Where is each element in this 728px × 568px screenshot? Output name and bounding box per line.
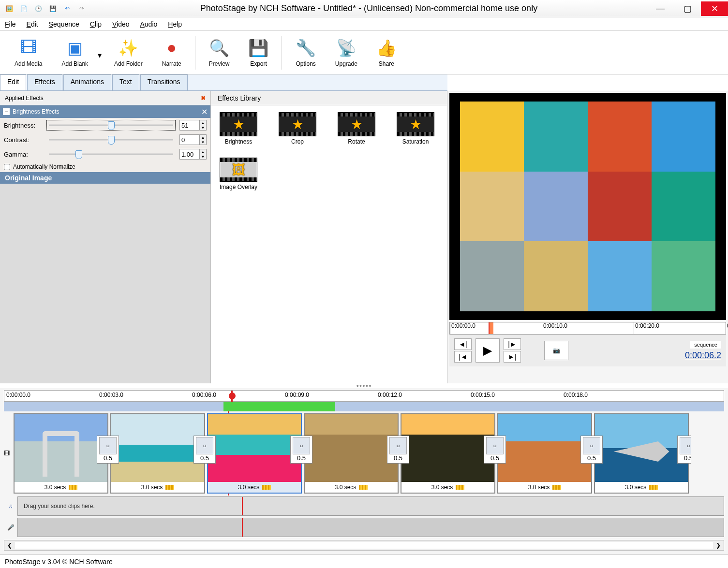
share-button[interactable]: 👍Share	[367, 36, 406, 69]
tab-transitions[interactable]: Transitions	[140, 74, 188, 90]
new-icon[interactable]: 📄	[17, 2, 30, 15]
menu-sequence[interactable]: Sequence	[49, 20, 79, 28]
spin-down-icon[interactable]: ▼	[199, 140, 206, 145]
transition-badge[interactable]: ▫0.5	[677, 436, 691, 464]
snapshot-button[interactable]: 📷	[544, 341, 568, 360]
scroll-left-icon[interactable]: ❮	[4, 542, 15, 549]
transition-icon: ▫	[293, 437, 310, 454]
narrate-button[interactable]: ●Narrate	[152, 36, 191, 69]
value-brightness[interactable]	[180, 120, 199, 130]
preview-ruler[interactable]: 0:00:00.00:00:10.00:00:20.00:00:30.0	[449, 322, 726, 335]
next-frame-button[interactable]: |►	[504, 338, 521, 350]
add-media-icon: 🎞	[19, 38, 38, 58]
clip-3[interactable]: 3.0 secs▫0.5	[207, 413, 302, 494]
spin-up-icon[interactable]: ▲	[199, 149, 206, 154]
slider-contrast[interactable]	[46, 134, 176, 145]
transition-badge[interactable]: ▫0.5	[484, 436, 506, 464]
clip-2[interactable]: 3.0 secs▫0.5	[110, 413, 205, 494]
timeline-playhead[interactable]	[229, 391, 236, 402]
slider-gamma[interactable]	[46, 149, 176, 160]
clip-4[interactable]: 3.0 secs▫0.5	[304, 413, 399, 494]
brightness-effects-header[interactable]: − Brightness Effects ✕	[0, 105, 210, 118]
tab-bar: EditEffectsAnimationsTextTransitions	[0, 74, 447, 91]
applied-effects-header: Applied Effects	[5, 95, 44, 102]
auto-normalize-checkbox[interactable]	[4, 164, 10, 170]
go-start-button[interactable]: |◄	[454, 351, 472, 363]
status-bar: PhotoStage v 3.04 © NCH Software	[0, 554, 728, 568]
transition-badge[interactable]: ▫0.5	[193, 436, 216, 464]
scroll-right-icon[interactable]: ❯	[713, 542, 724, 549]
add-folder-button[interactable]: ✨Add Folder	[104, 36, 152, 69]
options-button[interactable]: 🔧Options	[286, 36, 325, 69]
timeline: 0:00:00.00:00:03.00:00:06.00:00:09.00:00…	[0, 388, 728, 554]
maximize-button[interactable]: ▢	[674, 1, 701, 16]
workspace: Applied Effects ✖ − Brightness Effects ✕…	[0, 91, 728, 383]
minimize-button[interactable]: —	[647, 1, 674, 16]
spin-up-icon[interactable]: ▲	[199, 120, 206, 125]
undo-icon[interactable]: ↶	[61, 2, 74, 15]
effect-crop[interactable]: ★Crop	[277, 112, 318, 145]
tab-text[interactable]: Text	[112, 74, 139, 90]
timeline-strip[interactable]	[4, 402, 724, 411]
collapse-icon[interactable]: −	[3, 108, 10, 115]
redo-icon[interactable]: ↷	[75, 2, 88, 15]
clip-7[interactable]: 3.0 secs▫0.5	[594, 413, 689, 494]
effect-brightness[interactable]: ★Brightness	[218, 112, 259, 145]
tab-edit[interactable]: Edit	[0, 74, 26, 90]
spin-down-icon[interactable]: ▼	[199, 154, 206, 159]
menu-file[interactable]: File	[5, 20, 16, 28]
menu-edit[interactable]: Edit	[27, 20, 38, 28]
slider-brightness[interactable]	[46, 120, 176, 131]
effect-rotate[interactable]: ★Rotate	[336, 112, 377, 145]
value-gamma[interactable]	[180, 149, 199, 159]
preview-playhead[interactable]	[489, 322, 493, 334]
preview-panel: 0:00:00.00:00:10.00:00:20.00:00:30.0 ◄| …	[447, 91, 728, 383]
add-blank-dropdown-icon[interactable]: ▾	[98, 36, 104, 69]
prev-frame-button[interactable]: ◄|	[454, 338, 472, 350]
menu-clip[interactable]: Clip	[90, 20, 102, 28]
add-media-button[interactable]: 🎞Add Media	[5, 36, 52, 69]
splitter-handle[interactable]: ●●●●●	[0, 383, 728, 388]
export-button[interactable]: 💾Export	[239, 36, 278, 69]
play-button[interactable]: ▶	[475, 338, 500, 363]
preview-button[interactable]: 🔍Preview	[199, 36, 239, 69]
menu-help[interactable]: Help	[168, 20, 182, 28]
transition-badge[interactable]: ▫0.5	[387, 436, 409, 464]
close-icon[interactable]: ✕	[201, 107, 208, 117]
go-end-button[interactable]: ►|	[504, 351, 521, 363]
menu-video[interactable]: Video	[112, 20, 130, 28]
history-icon[interactable]: 🕒	[32, 2, 45, 15]
clip-6[interactable]: 3.0 secs▫0.5	[497, 413, 592, 494]
sound-track-row: ♫ Drag your sound clips here.	[4, 496, 724, 516]
upgrade-icon: 📡	[337, 38, 356, 58]
preview-icon: 🔍	[209, 38, 229, 58]
transition-icon: ▫	[389, 437, 407, 454]
remove-effect-icon[interactable]: ✖	[201, 95, 206, 102]
transition-badge[interactable]: ▫0.5	[580, 436, 603, 464]
timecode-display[interactable]: 0:00:06.2	[685, 350, 721, 361]
clip-1[interactable]: 3.0 secs▫0.5	[14, 413, 108, 494]
tab-animations[interactable]: Animations	[63, 74, 111, 90]
horizontal-scrollbar[interactable]: ❮ ❯	[4, 540, 724, 551]
spin-up-icon[interactable]: ▲	[199, 135, 206, 140]
sound-track[interactable]: Drag your sound clips here.	[17, 496, 724, 516]
save-icon[interactable]: 💾	[46, 2, 59, 15]
transition-badge[interactable]: ▫0.5	[290, 436, 312, 464]
narration-track[interactable]	[17, 518, 724, 537]
tab-effects[interactable]: Effects	[27, 74, 62, 90]
add-blank-button[interactable]: ▣Add Blank	[52, 36, 98, 69]
transition-icon: ▫	[196, 437, 213, 454]
menu-audio[interactable]: Audio	[140, 20, 157, 28]
app-icon[interactable]: 🖼️	[3, 2, 15, 15]
effect-image-overlay[interactable]: 🖼Image Overlay	[218, 158, 259, 190]
timeline-ruler[interactable]: 0:00:00.00:00:03.00:00:06.00:00:09.00:00…	[4, 390, 724, 402]
close-button[interactable]: ✕	[701, 1, 728, 16]
effect-saturation[interactable]: ★Saturation	[395, 112, 436, 145]
spin-down-icon[interactable]: ▼	[199, 125, 206, 130]
original-image-header[interactable]: Original Image	[0, 172, 210, 184]
clip-5[interactable]: 3.0 secs▫0.5	[401, 413, 495, 494]
upgrade-button[interactable]: 📡Upgrade	[326, 36, 367, 69]
clip-track[interactable]: 3.0 secs▫0.53.0 secs▫0.53.0 secs▫0.53.0 …	[12, 411, 691, 495]
value-contrast[interactable]	[180, 135, 199, 145]
transition-badge[interactable]: ▫0.5	[97, 436, 119, 464]
